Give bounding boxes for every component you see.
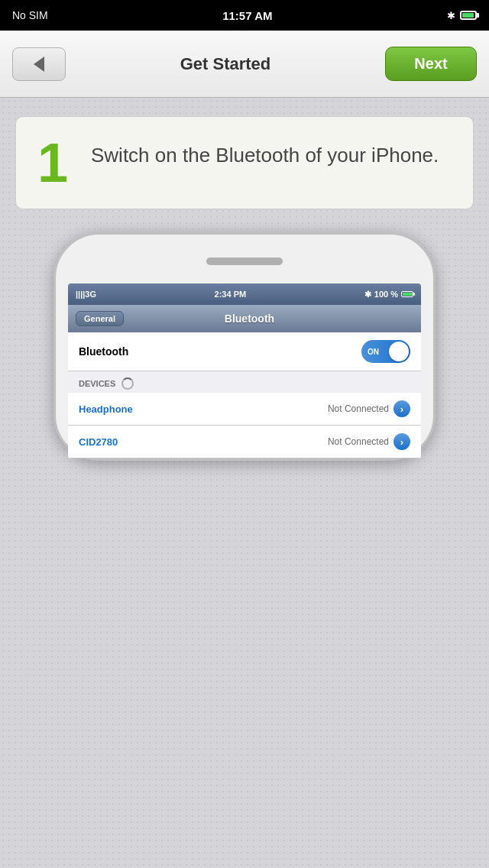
status-right: ✱ bbox=[447, 10, 477, 21]
iphone-battery-pct: 100 % bbox=[374, 290, 398, 299]
step-text: Switch on the Bluetooth of your iPhone. bbox=[91, 135, 439, 169]
status-bar: No SIM 11:57 AM ✱ bbox=[0, 0, 489, 31]
iphone-battery-icon bbox=[401, 291, 413, 297]
list-item[interactable]: CID2780 Not Connected › bbox=[68, 426, 421, 458]
iphone-nav-bar: General Bluetooth bbox=[68, 305, 421, 332]
devices-label: Devices bbox=[79, 379, 115, 388]
iphone-mockup: ||||3G 2:34 PM ✱ 100 % General Bluetooth bbox=[53, 232, 436, 461]
detail-chevron-headphone[interactable]: › bbox=[393, 400, 410, 417]
bluetooth-toggle-row: Bluetooth ON bbox=[68, 332, 421, 371]
iphone-status-bar: ||||3G 2:34 PM ✱ 100 % bbox=[68, 283, 421, 305]
back-arrow-icon bbox=[34, 57, 44, 72]
toggle-on-label: ON bbox=[368, 348, 379, 356]
bluetooth-toggle[interactable]: ON bbox=[361, 340, 410, 363]
time-label: 11:57 AM bbox=[222, 9, 272, 22]
bluetooth-label: Bluetooth bbox=[79, 345, 128, 358]
iphone-bluetooth-icon: ✱ bbox=[364, 290, 371, 300]
carrier-label: No SIM bbox=[12, 9, 48, 21]
iphone-time: 2:34 PM bbox=[215, 290, 247, 299]
detail-chevron-cid2780[interactable]: › bbox=[393, 433, 410, 450]
list-item[interactable]: Headphone Not Connected › bbox=[68, 393, 421, 426]
step-card: 1 Switch on the Bluetooth of your iPhone… bbox=[15, 116, 474, 209]
device-name-cid2780: CID2780 bbox=[79, 436, 118, 448]
iphone-screen: ||||3G 2:34 PM ✱ 100 % General Bluetooth bbox=[68, 283, 421, 458]
iphone-signal: ||||3G bbox=[76, 290, 96, 299]
iphone-status-right: ✱ 100 % bbox=[364, 290, 413, 300]
iphone-nav-title: Bluetooth bbox=[124, 313, 375, 325]
iphone-speaker bbox=[206, 257, 283, 265]
bluetooth-settings: Bluetooth ON Devices Headphone Not Conne… bbox=[68, 332, 421, 458]
page-title: Get Started bbox=[180, 54, 271, 74]
loading-spinner bbox=[121, 377, 134, 390]
back-button[interactable] bbox=[12, 47, 66, 81]
device-status-headphone: Not Connected › bbox=[328, 400, 410, 417]
next-button[interactable]: Next bbox=[385, 47, 477, 81]
devices-header: Devices bbox=[68, 371, 421, 393]
bluetooth-icon: ✱ bbox=[447, 10, 455, 21]
device-status-cid2780: Not Connected › bbox=[328, 433, 410, 450]
toggle-knob bbox=[389, 342, 409, 361]
device-name-headphone: Headphone bbox=[79, 403, 133, 415]
step-number: 1 bbox=[37, 135, 76, 190]
battery-icon bbox=[460, 11, 477, 20]
nav-bar: Get Started Next bbox=[0, 31, 489, 98]
iphone-back-button[interactable]: General bbox=[76, 311, 124, 326]
main-content: 1 Switch on the Bluetooth of your iPhone… bbox=[0, 98, 489, 868]
